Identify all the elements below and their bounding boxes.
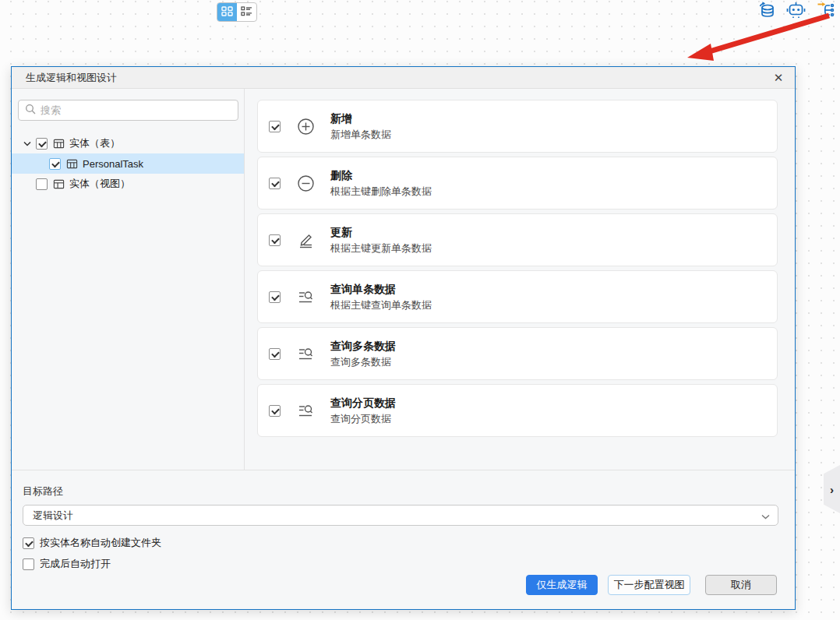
auto-open-checkbox[interactable] [23, 558, 34, 570]
grid-view-button[interactable] [217, 3, 237, 21]
list-search-icon [296, 344, 315, 363]
list-search-icon [296, 287, 315, 306]
dialog-body: 实体（表） PersonalTask 实体（ [12, 89, 795, 470]
expand-panel-tab[interactable]: › [824, 465, 840, 513]
view-toggle-group [217, 2, 257, 22]
generate-logic-only-button[interactable]: 仅生成逻辑 [526, 575, 598, 595]
chevron-right-icon: › [830, 483, 834, 496]
operation-title: 查询单条数据 [330, 283, 432, 296]
operation-card-delete[interactable]: 删除 根据主键删除单条数据 [257, 157, 778, 210]
grid-view-icon [221, 5, 233, 19]
tree-row-entity-view[interactable]: 实体（视图） [12, 174, 244, 194]
flow-import-icon [817, 1, 835, 23]
next-configure-view-button[interactable]: 下一步配置视图 [608, 575, 690, 595]
operation-desc: 查询多条数据 [330, 356, 396, 368]
target-path-value: 逻辑设计 [33, 509, 761, 523]
search-box [18, 100, 238, 121]
tree-checkbox[interactable] [36, 138, 48, 150]
flow-import-button[interactable] [816, 2, 835, 21]
target-path-select[interactable]: 逻辑设计 [23, 505, 778, 526]
entity-tree: 实体（表） PersonalTask 实体（ [12, 133, 244, 194]
operation-desc: 根据主键查询单条数据 [330, 299, 432, 311]
view-icon [52, 178, 65, 190]
chevron-down-icon[interactable] [22, 138, 33, 149]
tree-label: 实体（表） [69, 136, 120, 150]
auto-create-folder-checkbox[interactable] [23, 537, 34, 549]
cancel-button[interactable]: 取消 [705, 575, 777, 595]
circle-plus-icon [296, 117, 315, 136]
operation-title: 删除 [330, 169, 432, 182]
tree-label: 实体（视图） [69, 177, 130, 191]
database-sync-button[interactable] [757, 2, 776, 21]
operation-desc: 根据主键更新单条数据 [330, 242, 432, 254]
list-view-button[interactable] [237, 3, 256, 21]
operation-card-add[interactable]: 新增 新增单条数据 [257, 100, 778, 153]
tree-label: PersonalTask [83, 158, 143, 170]
dialog-titlebar: 生成逻辑和视图设计 ✕ [12, 67, 795, 89]
operation-title: 更新 [330, 226, 432, 239]
close-button[interactable]: ✕ [770, 69, 787, 86]
table-icon [52, 137, 65, 150]
operation-desc: 根据主键删除单条数据 [330, 185, 432, 197]
operation-checkbox[interactable] [269, 178, 281, 189]
list-search-icon [296, 401, 315, 420]
operation-desc: 查询分页数据 [330, 413, 396, 424]
tree-checkbox[interactable] [49, 158, 61, 170]
tree-checkbox[interactable] [36, 178, 48, 190]
search-input[interactable] [41, 104, 231, 116]
operation-title: 查询多条数据 [330, 340, 396, 353]
operation-checkbox[interactable] [269, 121, 281, 132]
robot-assistant-icon [786, 1, 806, 23]
tree-row-personaltask[interactable]: PersonalTask [12, 153, 244, 174]
operation-card-update[interactable]: 更新 根据主键更新单条数据 [257, 213, 778, 266]
auto-open-option[interactable]: 完成后自动打开 [23, 557, 777, 571]
top-right-toolbar [757, 2, 835, 21]
dialog-footer: 目标路径 逻辑设计 按实体名称自动创建文件夹 完成后自动打开 仅生成逻辑 下一步… [12, 470, 795, 609]
circle-minus-icon [296, 174, 315, 192]
operation-card-query-multi[interactable]: 查询多条数据 查询多条数据 [257, 327, 778, 380]
robot-assistant-button[interactable] [786, 2, 806, 21]
footer-buttons: 仅生成逻辑 下一步配置视图 取消 [526, 575, 777, 595]
auto-create-folder-label: 按实体名称自动创建文件夹 [40, 536, 161, 550]
entity-sidebar: 实体（表） PersonalTask 实体（ [12, 89, 245, 470]
operation-desc: 新增单条数据 [330, 129, 391, 140]
auto-create-folder-option[interactable]: 按实体名称自动创建文件夹 [23, 536, 777, 550]
operation-checkbox[interactable] [269, 291, 281, 303]
operations-list: 新增 新增单条数据 删除 根据主键删除单条数据 [245, 89, 795, 470]
chevron-down-icon [761, 509, 770, 523]
operation-checkbox[interactable] [269, 405, 281, 417]
app-canvas: › 生成逻辑和视图设计 ✕ [0, 0, 840, 620]
table-icon [65, 157, 78, 170]
operation-checkbox[interactable] [269, 348, 281, 360]
dialog-title: 生成逻辑和视图设计 [26, 71, 117, 85]
auto-open-label: 完成后自动打开 [40, 557, 111, 571]
target-path-label: 目标路径 [23, 484, 777, 498]
operation-card-query-page[interactable]: 查询分页数据 查询分页数据 [257, 384, 778, 437]
operation-title: 查询分页数据 [330, 396, 396, 410]
database-sync-icon [757, 1, 776, 23]
operation-checkbox[interactable] [269, 234, 281, 246]
generate-logic-dialog: 生成逻辑和视图设计 ✕ [11, 66, 796, 610]
tree-row-entity-table[interactable]: 实体（表） [12, 133, 244, 153]
operation-card-query-single[interactable]: 查询单条数据 根据主键查询单条数据 [257, 270, 778, 323]
list-view-icon [241, 5, 252, 19]
search-icon [25, 104, 36, 118]
edit-pencil-icon [296, 231, 315, 249]
operation-title: 新增 [330, 112, 391, 125]
